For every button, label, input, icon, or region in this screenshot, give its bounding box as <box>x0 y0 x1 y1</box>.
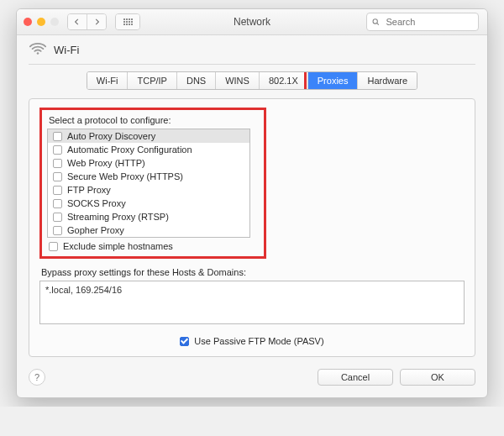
forward-button[interactable] <box>87 14 106 29</box>
minimize-window-icon[interactable] <box>37 18 45 26</box>
tab-hardware[interactable]: Hardware <box>357 72 417 89</box>
tab-wifi[interactable]: Wi-Fi <box>87 72 128 89</box>
search-input[interactable] <box>384 16 473 28</box>
search-icon <box>372 18 379 26</box>
exclude-simple-checkbox[interactable] <box>49 242 58 251</box>
protocol-configure-area: Select a protocol to configure: Auto Pro… <box>39 108 266 259</box>
help-button[interactable]: ? <box>29 369 45 386</box>
traffic-lights <box>24 18 59 26</box>
interface-header: Wi-Fi <box>17 35 487 62</box>
nav-back-forward <box>67 13 107 30</box>
protocol-checkbox[interactable] <box>53 159 62 168</box>
protocol-label: FTP Proxy <box>67 185 111 195</box>
exclude-simple-label: Exclude simple hostnames <box>63 241 173 251</box>
ok-button[interactable]: OK <box>400 369 475 386</box>
settings-tabs: Wi-Fi TCP/IP DNS WINS 802.1X Proxies Har… <box>29 71 475 90</box>
tab-wins[interactable]: WINS <box>215 72 259 89</box>
tab-8021x[interactable]: 802.1X <box>259 72 307 89</box>
protocol-row-auto-discovery[interactable]: Auto Proxy Discovery <box>48 129 249 143</box>
protocol-list[interactable]: Auto Proxy Discovery Automatic Proxy Con… <box>47 129 250 238</box>
back-button[interactable] <box>68 14 87 29</box>
tab-proxies[interactable]: Proxies <box>307 72 358 89</box>
wifi-icon <box>29 40 47 59</box>
protocol-row-http[interactable]: Web Proxy (HTTP) <box>48 156 249 170</box>
svg-point-0 <box>373 19 377 24</box>
svg-line-1 <box>377 24 379 25</box>
show-all-button[interactable] <box>115 13 140 30</box>
protocol-checkbox[interactable] <box>53 172 62 181</box>
zoom-window-icon[interactable] <box>50 18 59 26</box>
protocol-checkbox[interactable] <box>53 186 62 195</box>
protocol-checkbox[interactable] <box>53 226 62 235</box>
protocol-row-gopher[interactable]: Gopher Proxy <box>48 223 249 237</box>
tab-tcpip[interactable]: TCP/IP <box>127 72 176 89</box>
protocol-label: Gopher Proxy <box>67 225 124 235</box>
titlebar: Network <box>17 9 487 35</box>
passive-ftp-label: Use Passive FTP Mode (PASV) <box>194 336 323 346</box>
protocol-label: Web Proxy (HTTP) <box>67 158 145 168</box>
header-separator <box>29 64 475 65</box>
tab-segmented-control: Wi-Fi TCP/IP DNS WINS 802.1X Proxies Har… <box>87 71 417 90</box>
passive-ftp-row[interactable]: Use Passive FTP Mode (PASV) <box>39 336 465 346</box>
protocol-label: SOCKS Proxy <box>67 198 126 208</box>
protocol-label: Auto Proxy Discovery <box>67 131 155 141</box>
network-preferences-window: Network Wi-Fi Wi-Fi TCP/IP DNS WINS 802.… <box>16 8 488 398</box>
close-window-icon[interactable] <box>24 18 32 26</box>
exclude-simple-hostnames-row[interactable]: Exclude simple hostnames <box>49 241 259 251</box>
search-field[interactable] <box>366 13 479 31</box>
protocol-select-label: Select a protocol to configure: <box>49 115 259 125</box>
protocol-label: Automatic Proxy Configuration <box>67 144 192 155</box>
protocol-checkbox[interactable] <box>53 199 62 208</box>
protocol-label: Secure Web Proxy (HTTPS) <box>67 171 183 181</box>
bypass-label: Bypass proxy settings for these Hosts & … <box>41 267 465 277</box>
cancel-button[interactable]: Cancel <box>318 369 393 386</box>
bypass-hosts-textarea[interactable]: *.local, 169.254/16 <box>39 281 465 324</box>
protocol-row-ftp[interactable]: FTP Proxy <box>48 183 249 197</box>
dialog-footer: ? Cancel OK <box>17 364 487 397</box>
svg-point-2 <box>37 52 39 55</box>
protocol-row-auto-config[interactable]: Automatic Proxy Configuration <box>48 143 249 156</box>
protocol-checkbox[interactable] <box>53 145 62 155</box>
grid-icon <box>116 14 139 29</box>
interface-name: Wi-Fi <box>54 44 79 56</box>
proxies-panel: Select a protocol to configure: Auto Pro… <box>29 98 475 357</box>
passive-ftp-checkbox[interactable] <box>180 337 189 346</box>
protocol-label: Streaming Proxy (RTSP) <box>67 212 169 222</box>
tab-dns[interactable]: DNS <box>176 72 215 89</box>
protocol-checkbox[interactable] <box>53 213 62 222</box>
protocol-row-rtsp[interactable]: Streaming Proxy (RTSP) <box>48 210 249 223</box>
protocol-row-https[interactable]: Secure Web Proxy (HTTPS) <box>48 170 249 183</box>
protocol-row-socks[interactable]: SOCKS Proxy <box>48 197 249 210</box>
protocol-checkbox[interactable] <box>53 132 62 141</box>
